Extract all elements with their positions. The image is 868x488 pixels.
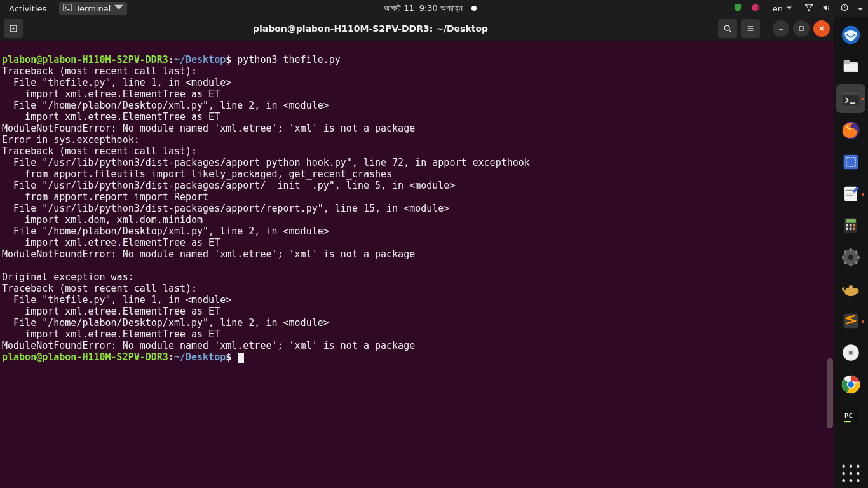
cursor: [238, 353, 244, 363]
output-line: File "thefile.py", line 1, in <module>: [2, 294, 231, 306]
svg-rect-29: [849, 285, 853, 288]
terminal-body[interactable]: plabon@plabon-H110M-S2PV-DDR3:~/Desktop$…: [0, 41, 834, 488]
language-indicator[interactable]: en: [769, 3, 796, 15]
svg-rect-23: [846, 228, 848, 231]
output-line: import xml.etree.ElementTree as ET: [2, 88, 220, 100]
svg-point-34: [850, 352, 852, 354]
tray-cube-icon[interactable]: [751, 3, 760, 14]
svg-rect-11: [844, 64, 857, 71]
svg-point-42: [850, 464, 853, 468]
output-line: File "thefile.py", line 1, in <module>: [2, 77, 231, 88]
output-line: import xml.etree.ElementTree as ET: [2, 237, 220, 248]
svg-point-46: [857, 472, 860, 475]
output-line: File "/home/plabon/Desktop/xml.py", line…: [2, 317, 329, 329]
output-line: File "/home/plabon/Desktop/xml.py", line…: [2, 100, 329, 111]
svg-rect-10: [844, 60, 850, 64]
svg-point-45: [850, 472, 853, 475]
app-menu[interactable]: Terminal: [59, 2, 127, 15]
minimize-button[interactable]: [773, 20, 789, 37]
running-indicator-icon: [862, 320, 864, 323]
svg-rect-19: [846, 219, 856, 223]
svg-rect-21: [850, 224, 852, 227]
output-line: Traceback (most recent call last):: [2, 283, 197, 294]
svg-point-47: [842, 479, 845, 482]
dock-app-files[interactable]: [836, 52, 865, 81]
show-applications-button[interactable]: [836, 459, 865, 488]
svg-point-6: [724, 25, 729, 30]
output-line: Original exception was:: [2, 271, 134, 283]
dock-app-terminal[interactable]: [836, 84, 865, 113]
system-chevron-down-icon[interactable]: [858, 4, 863, 13]
clock[interactable]: আগস্ট 11 9:30 অপরাহ্ন: [127, 3, 733, 13]
svg-rect-25: [853, 228, 856, 231]
gnome-topbar: Activities Terminal আগস্ট 11 9:30 অপরাহ্…: [0, 0, 868, 17]
chevron-down-icon: [114, 3, 123, 14]
dock: PC: [834, 17, 868, 488]
svg-point-27: [848, 255, 854, 261]
output-line: File "/usr/lib/python3/dist-packages/app…: [2, 157, 530, 168]
output-line: import xml.dom, xml.dom.minidom: [2, 214, 203, 226]
svg-point-41: [842, 464, 845, 468]
svg-point-49: [857, 479, 860, 482]
command-text: python3 thefile.py: [231, 54, 341, 65]
maximize-button[interactable]: [793, 20, 810, 37]
output-line: import xml.etree.ElementTree as ET: [2, 306, 220, 317]
prompt-user: plabon@plabon-H110M-S2PV-DDR3: [2, 54, 168, 65]
svg-rect-22: [853, 224, 856, 227]
titlebar: plabon@plabon-H110M-S2PV-DDR3: ~/Desktop: [0, 17, 834, 41]
svg-point-44: [842, 472, 845, 475]
output-line: Traceback (most recent call last):: [2, 146, 197, 157]
svg-rect-7: [799, 27, 803, 30]
notification-dot-icon: [471, 6, 477, 11]
dock-app-disc[interactable]: [836, 338, 865, 367]
workspace: plabon@plabon-H110M-S2PV-DDR3: ~/Desktop…: [0, 17, 868, 488]
svg-point-43: [857, 464, 860, 468]
terminal-window: plabon@plabon-H110M-S2PV-DDR3: ~/Desktop…: [0, 17, 834, 488]
time-label: 9:30 অপরাহ্ন: [419, 3, 463, 13]
close-button[interactable]: [813, 20, 830, 37]
svg-rect-15: [844, 155, 858, 170]
svg-text:PC: PC: [844, 412, 853, 420]
output-line: ModuleNotFoundError: No module named 'xm…: [2, 123, 415, 134]
activities-button[interactable]: Activities: [5, 3, 50, 15]
network-icon[interactable]: [804, 3, 813, 14]
running-indicator-icon: [862, 98, 864, 100]
date-label: আগস্ট 11: [384, 3, 414, 13]
output-line: File "/home/plabon/Desktop/xml.py", line…: [2, 226, 329, 237]
svg-rect-24: [850, 228, 852, 231]
svg-rect-40: [844, 421, 851, 422]
output-line: import xml.etree.ElementTree as ET: [2, 329, 220, 340]
dock-app-chrome[interactable]: [836, 370, 865, 399]
output-line: File "/usr/lib/python3/dist-packages/app…: [2, 203, 449, 214]
new-tab-button[interactable]: [4, 19, 23, 38]
dock-app-sublime[interactable]: [836, 306, 865, 336]
hamburger-menu-button[interactable]: [741, 19, 760, 38]
dock-app-settings[interactable]: [836, 243, 865, 272]
svg-rect-20: [846, 224, 848, 227]
dock-app-teapot[interactable]: [836, 274, 865, 304]
output-line: import xml.etree.ElementTree as ET: [2, 111, 220, 123]
scrollbar-thumb[interactable]: [827, 358, 833, 428]
prompt-path: ~/Desktop: [174, 54, 226, 65]
svg-rect-0: [64, 4, 71, 11]
power-icon[interactable]: [840, 3, 849, 14]
svg-rect-13: [843, 92, 859, 95]
running-indicator-icon: [862, 193, 864, 196]
output-line: from apport.report import Report: [2, 191, 208, 203]
prompt-path: ~/Desktop: [174, 351, 226, 363]
dock-app-screenshot[interactable]: [836, 147, 865, 177]
dock-app-text-editor[interactable]: [836, 179, 865, 208]
dock-app-firefox[interactable]: [836, 116, 865, 145]
dock-app-pycharm[interactable]: PC: [836, 402, 865, 431]
terminal-topbar-icon: [63, 3, 72, 14]
dock-app-calculator[interactable]: [836, 211, 865, 240]
dock-app-thunderbird[interactable]: [836, 20, 865, 50]
volume-icon[interactable]: [822, 3, 831, 14]
tray-shield-icon[interactable]: [733, 3, 742, 14]
app-menu-label: Terminal: [76, 4, 111, 13]
output-line: ModuleNotFoundError: No module named 'xm…: [2, 248, 415, 260]
output-line: Error in sys.excepthook:: [2, 134, 140, 146]
svg-point-37: [848, 381, 854, 388]
search-button[interactable]: [718, 19, 737, 38]
output-line: ModuleNotFoundError: No module named 'xm…: [2, 340, 415, 351]
